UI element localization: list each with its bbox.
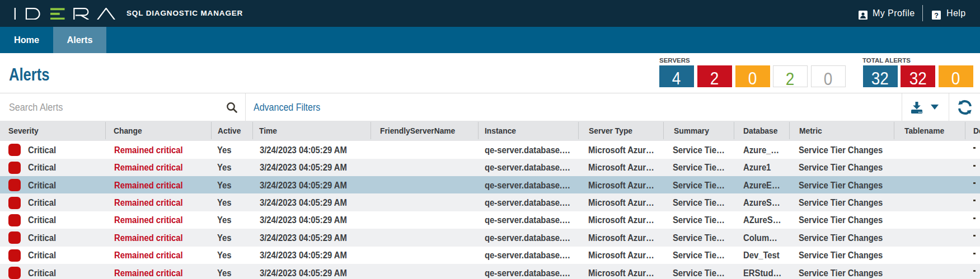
- svg-text:?: ?: [934, 12, 939, 20]
